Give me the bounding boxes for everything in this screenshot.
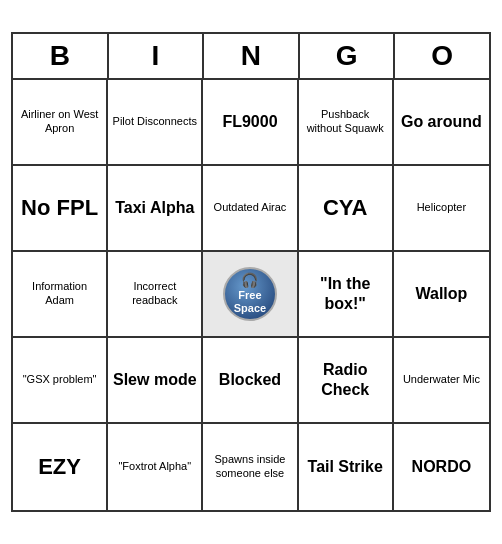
bingo-cell-1[interactable]: Pilot Disconnects <box>108 80 203 166</box>
bingo-cell-13[interactable]: "In the box!" <box>299 252 394 338</box>
bingo-cell-17[interactable]: Blocked <box>203 338 298 424</box>
cell-text-6: Taxi Alpha <box>115 198 194 218</box>
bingo-cell-5[interactable]: No FPL <box>13 166 108 252</box>
cell-text-20: EZY <box>38 453 81 481</box>
header-letter-n: N <box>204 34 300 78</box>
cell-text-14: Wallop <box>415 284 467 304</box>
bingo-header: BINGO <box>13 34 489 80</box>
bingo-cell-22[interactable]: Spawns inside someone else <box>203 424 298 510</box>
bingo-cell-16[interactable]: Slew mode <box>108 338 203 424</box>
cell-text-2: FL9000 <box>222 112 277 132</box>
bingo-cell-14[interactable]: Wallop <box>394 252 489 338</box>
bingo-card: BINGO Airliner on West ApronPilot Discon… <box>11 32 491 512</box>
cell-text-15: "GSX problem" <box>23 373 97 387</box>
cell-text-24: NORDO <box>412 457 472 477</box>
cell-text-19: Underwater Mic <box>403 373 480 387</box>
bingo-cell-19[interactable]: Underwater Mic <box>394 338 489 424</box>
bingo-cell-9[interactable]: Helicopter <box>394 166 489 252</box>
cell-text-8: CYA <box>323 194 367 222</box>
bingo-cell-21[interactable]: "Foxtrot Alpha" <box>108 424 203 510</box>
bingo-cell-11[interactable]: Incorrect readback <box>108 252 203 338</box>
cell-text-3: Pushback without Squawk <box>303 108 388 136</box>
cell-text-13: "In the box!" <box>303 274 388 314</box>
header-letter-i: I <box>109 34 205 78</box>
bingo-cell-6[interactable]: Taxi Alpha <box>108 166 203 252</box>
bingo-cell-2[interactable]: FL9000 <box>203 80 298 166</box>
bingo-cell-18[interactable]: Radio Check <box>299 338 394 424</box>
header-letter-g: G <box>300 34 396 78</box>
cell-text-18: Radio Check <box>303 360 388 400</box>
cell-text-11: Incorrect readback <box>112 280 197 308</box>
bingo-cell-12[interactable]: 🎧Free Space <box>203 252 298 338</box>
cell-text-9: Helicopter <box>417 201 467 215</box>
bingo-grid: Airliner on West ApronPilot DisconnectsF… <box>13 80 489 510</box>
bingo-cell-4[interactable]: Go around <box>394 80 489 166</box>
cell-text-22: Spawns inside someone else <box>207 453 292 481</box>
free-space-inner: 🎧Free Space <box>223 267 277 321</box>
header-letter-b: B <box>13 34 109 78</box>
cell-text-4: Go around <box>401 112 482 132</box>
bingo-cell-10[interactable]: Information Adam <box>13 252 108 338</box>
cell-text-7: Outdated Airac <box>214 201 287 215</box>
bingo-cell-24[interactable]: NORDO <box>394 424 489 510</box>
cell-text-23: Tail Strike <box>308 457 383 477</box>
bingo-cell-15[interactable]: "GSX problem" <box>13 338 108 424</box>
cell-text-0: Airliner on West Apron <box>17 108 102 136</box>
cell-text-21: "Foxtrot Alpha" <box>118 460 191 474</box>
cell-text-1: Pilot Disconnects <box>113 115 197 129</box>
header-letter-o: O <box>395 34 489 78</box>
free-space-circle: 🎧Free Space <box>223 267 277 321</box>
bingo-cell-8[interactable]: CYA <box>299 166 394 252</box>
cell-text-16: Slew mode <box>113 370 197 390</box>
bingo-cell-3[interactable]: Pushback without Squawk <box>299 80 394 166</box>
bingo-cell-20[interactable]: EZY <box>13 424 108 510</box>
cell-text-10: Information Adam <box>17 280 102 308</box>
cell-text-5: No FPL <box>21 194 98 222</box>
bingo-cell-23[interactable]: Tail Strike <box>299 424 394 510</box>
bingo-cell-0[interactable]: Airliner on West Apron <box>13 80 108 166</box>
bingo-cell-7[interactable]: Outdated Airac <box>203 166 298 252</box>
cell-text-17: Blocked <box>219 370 281 390</box>
